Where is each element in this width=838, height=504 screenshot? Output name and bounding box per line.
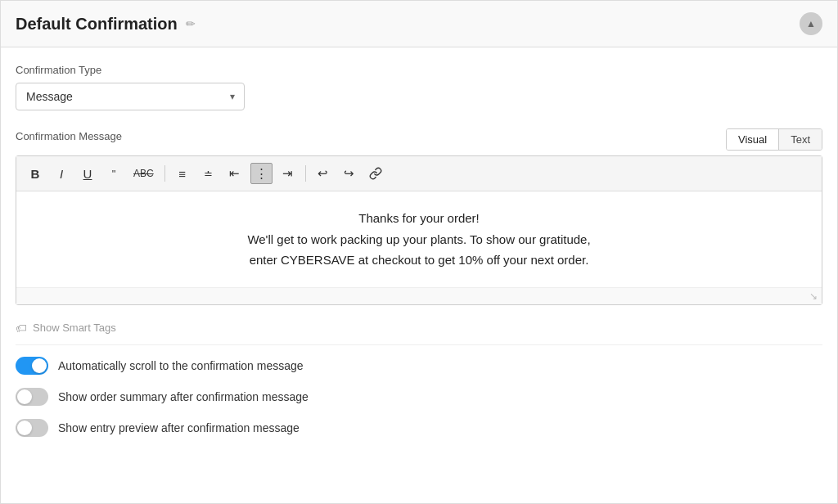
bold-button[interactable]: B	[25, 164, 46, 183]
align-right-button[interactable]: ⇥	[277, 164, 299, 183]
main-container: Default Confirmation ✏ ▲ Confirmation Ty…	[0, 0, 838, 504]
editor-line-1: Thanks for your order!	[33, 208, 805, 229]
order-summary-label: Show order summary after confirmation me…	[58, 390, 309, 403]
editor-wrapper: B I U " ABC ≡ ≐ ⇤ ⋮ ⇥ ↩ ↪	[16, 155, 822, 305]
confirmation-message-header: Confirmation Message Visual Text	[16, 128, 822, 151]
auto-scroll-label: Automatically scroll to the confirmation…	[58, 359, 304, 372]
ordered-list-button[interactable]: ≐	[198, 165, 219, 182]
resize-icon: ↘	[809, 290, 818, 302]
link-icon	[369, 167, 382, 180]
link-button[interactable]	[365, 164, 386, 182]
smart-tags-label[interactable]: Show Smart Tags	[33, 322, 116, 334]
blockquote-button[interactable]: "	[103, 165, 124, 182]
confirmation-message-label: Confirmation Message	[16, 130, 122, 142]
header-left: Default Confirmation ✏	[16, 15, 196, 34]
auto-scroll-toggle[interactable]	[16, 357, 48, 375]
entry-preview-slider	[16, 419, 48, 437]
entry-preview-label: Show entry preview after confirmation me…	[58, 421, 300, 434]
confirmation-type-select[interactable]: Message Page Redirect URL	[16, 83, 245, 110]
strikethrough-button[interactable]: ABC	[129, 165, 158, 182]
entry-preview-toggle[interactable]	[16, 419, 48, 437]
undo-button[interactable]: ↩	[313, 164, 334, 183]
tab-text[interactable]: Text	[778, 129, 822, 150]
tab-visual[interactable]: Visual	[727, 129, 778, 150]
align-center-button[interactable]: ⋮	[250, 163, 273, 184]
unordered-list-button[interactable]: ≡	[172, 164, 193, 183]
auto-scroll-slider	[16, 357, 48, 375]
page-title: Default Confirmation	[16, 15, 178, 34]
editor-content[interactable]: Thanks for your order! We'll get to work…	[16, 191, 822, 287]
confirmation-type-label: Confirmation Type	[16, 64, 822, 76]
toggle-row-auto-scroll: Automatically scroll to the confirmation…	[16, 357, 822, 375]
editor-toolbar: B I U " ABC ≡ ≐ ⇤ ⋮ ⇥ ↩ ↪	[16, 156, 822, 191]
confirmation-type-wrapper: Message Page Redirect URL ▾	[16, 83, 245, 110]
underline-button[interactable]: U	[77, 164, 98, 183]
order-summary-toggle[interactable]	[16, 388, 48, 406]
editor-line-3: enter CYBERSAVE at checkout to get 10% o…	[33, 250, 805, 271]
toolbar-separator-2	[305, 165, 306, 182]
toggle-row-order-summary: Show order summary after confirmation me…	[16, 388, 822, 406]
order-summary-slider	[16, 388, 48, 406]
align-left-button[interactable]: ⇤	[224, 164, 246, 183]
editor-line-2: We'll get to work packing up your plants…	[33, 229, 805, 250]
editor-tabs: Visual Text	[726, 128, 822, 151]
editor-resize-handle[interactable]: ↘	[16, 287, 822, 304]
content-area: Confirmation Type Message Page Redirect …	[1, 47, 837, 466]
italic-button[interactable]: I	[51, 164, 72, 183]
chevron-up-icon: ▲	[806, 18, 816, 29]
toolbar-separator-1	[164, 165, 165, 182]
tag-icon: 🏷	[16, 322, 27, 335]
redo-button[interactable]: ↪	[339, 164, 360, 183]
collapse-button[interactable]: ▲	[800, 12, 822, 35]
edit-icon[interactable]: ✏	[186, 17, 196, 30]
smart-tags-row: 🏷 Show Smart Tags	[16, 313, 822, 345]
toggle-row-entry-preview: Show entry preview after confirmation me…	[16, 419, 822, 437]
section-header: Default Confirmation ✏ ▲	[1, 1, 837, 47]
